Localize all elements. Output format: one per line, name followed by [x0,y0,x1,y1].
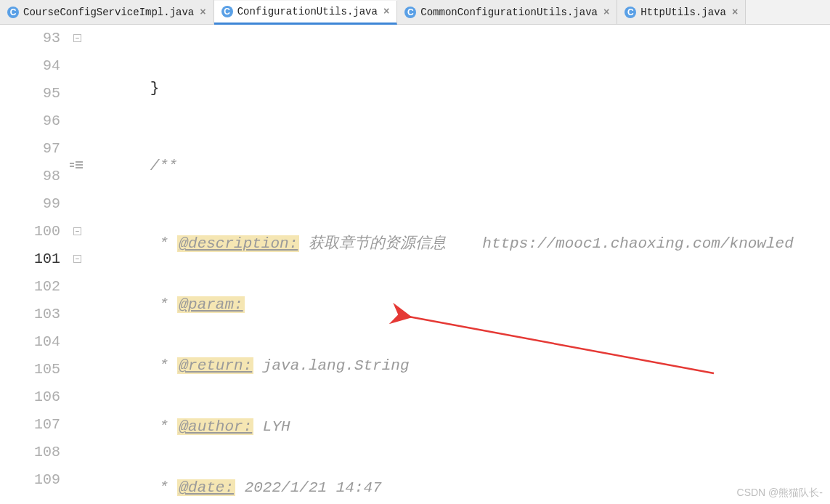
tab-label: CommonConfigurationUtils.java [420,7,598,18]
line-number: 99 [0,190,60,218]
code-line: * @date: 2022/1/21 14:47 [89,474,830,502]
line-number: 98 [0,163,60,190]
tab-course-config-service-impl[interactable]: C CourseConfigServiceImpl.java × [0,0,214,24]
java-class-icon: C [624,7,636,18]
svg-rect-0 [70,163,74,164]
code-line: } [89,75,830,102]
java-class-icon: C [7,7,19,18]
java-class-icon: C [404,7,416,18]
fold-collapse-icon[interactable]: − [73,255,81,263]
watermark: CSDN @熊猫队长- [737,487,823,500]
editor-tabs: C CourseConfigServiceImpl.java × C Confi… [0,0,830,25]
line-number-gutter: 9394959697989910010110210310410510610710… [0,25,69,504]
close-icon[interactable]: × [383,6,389,17]
line-number: 100 [0,218,60,245]
tab-label: CourseConfigServiceImpl.java [23,7,194,18]
indexed-marker-icon [70,161,83,170]
code-editor[interactable]: 9394959697989910010110210310410510610710… [0,25,830,504]
line-number: 102 [0,273,60,301]
close-icon[interactable]: × [732,7,738,18]
line-number: 104 [0,328,60,356]
code-area[interactable]: } /** * @description: 获取章节的资源信息 https://… [89,25,830,504]
tab-label: ConfigurationUtils.java [237,6,378,17]
code-line: * @param: [89,291,830,319]
line-number: 101 [0,245,60,273]
line-number: 95 [0,80,60,107]
fold-strip: − − − [69,25,89,504]
svg-rect-1 [70,166,74,167]
tab-common-configuration-utils[interactable]: C CommonConfigurationUtils.java × [397,0,617,24]
svg-rect-2 [76,161,83,163]
line-number: 97 [0,135,60,163]
code-line: /** [89,153,830,180]
svg-rect-3 [76,164,83,166]
close-icon[interactable]: × [200,7,206,18]
tab-configuration-utils[interactable]: C ConfigurationUtils.java × [214,1,398,25]
line-number: 96 [0,107,60,135]
line-number: 109 [0,466,60,494]
code-line: * @author: LYH [89,413,830,441]
close-icon[interactable]: × [603,7,609,18]
tab-label: HttpUtils.java [640,7,726,18]
line-number: 105 [0,356,60,383]
fold-collapse-icon[interactable]: − [73,34,81,42]
line-number: 108 [0,439,60,466]
line-number: 94 [0,52,60,80]
fold-collapse-icon[interactable]: − [73,227,81,235]
line-number: 107 [0,411,60,439]
line-number: 106 [0,383,60,411]
code-line: * @return: java.lang.String [89,352,830,380]
line-number: 93 [0,25,60,52]
line-number: 103 [0,301,60,328]
java-class-icon: C [221,6,233,17]
svg-rect-4 [76,167,83,168]
code-line: * @description: 获取章节的资源信息 https://mooc1.… [89,230,830,258]
tab-http-utils[interactable]: C HttpUtils.java × [617,0,746,24]
